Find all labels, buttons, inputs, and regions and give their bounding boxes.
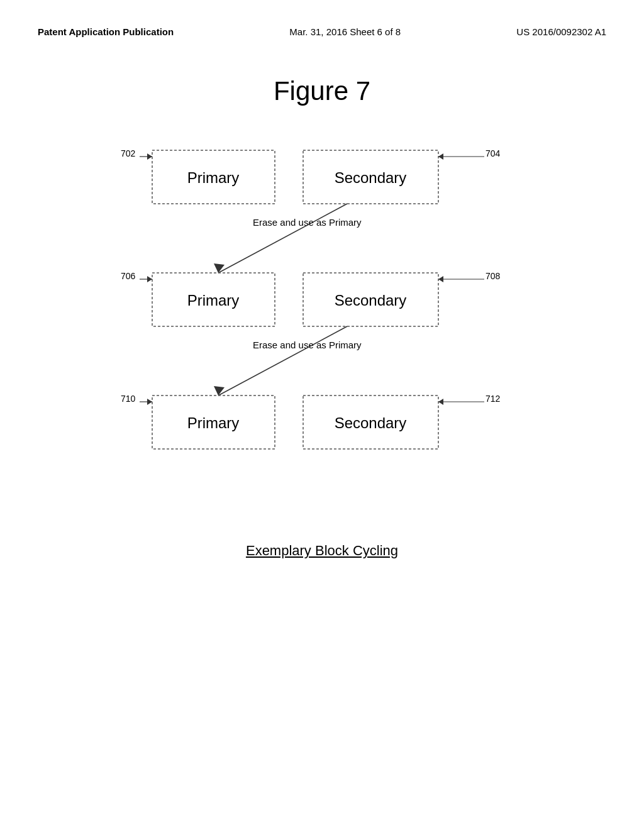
box-702-label: Primary (187, 169, 240, 186)
figure-title: Figure 7 (38, 76, 606, 106)
header: Patent Application Publication Mar. 31, … (38, 25, 606, 38)
arrow-2-head (214, 386, 225, 396)
header-left: Patent Application Publication (38, 25, 174, 38)
page: Patent Application Publication Mar. 31, … (0, 0, 644, 830)
ref-712: 712 (486, 394, 501, 404)
box-710-label: Primary (187, 414, 240, 431)
header-right: US 2016/0092302 A1 (516, 25, 606, 38)
box-704-label: Secondary (335, 169, 407, 186)
ref-710-arrow (147, 399, 152, 405)
ref-704-arrow (438, 153, 443, 160)
svg-line-4 (218, 204, 347, 273)
ref-706-arrow (147, 276, 152, 282)
ref-706: 706 (121, 271, 136, 281)
box-708-label: Secondary (335, 292, 407, 309)
ref-708-arrow (438, 276, 443, 282)
ref-708: 708 (486, 271, 501, 281)
box-712-label: Secondary (335, 414, 407, 431)
caption: Exemplary Block Cycling (38, 543, 606, 559)
ref-710: 710 (121, 394, 136, 404)
header-center: Mar. 31, 2016 Sheet 6 of 8 (289, 25, 401, 38)
ref-702-arrow (147, 153, 152, 160)
ref-712-arrow (438, 399, 443, 405)
diagram-svg: Primary Secondary 702 704 Erase and use … (102, 138, 542, 528)
ref-704: 704 (486, 148, 501, 158)
diagram-container: Primary Secondary 702 704 Erase and use … (102, 138, 542, 530)
box-706-label: Primary (187, 292, 240, 309)
svg-line-9 (218, 326, 347, 396)
arrow-label-1: Erase and use as Primary (253, 217, 362, 228)
ref-702: 702 (121, 148, 136, 158)
arrow-label-2: Erase and use as Primary (253, 340, 362, 350)
arrow-1-head (214, 263, 225, 273)
